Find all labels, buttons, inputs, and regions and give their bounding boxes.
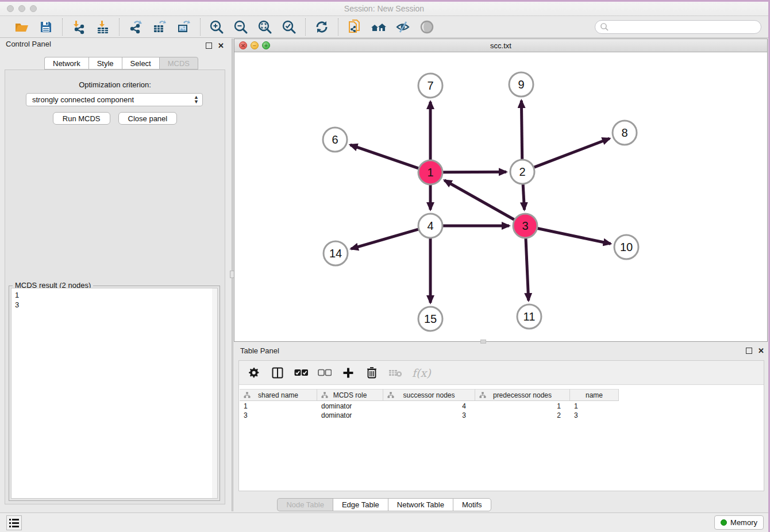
save-session-button[interactable] bbox=[38, 19, 54, 35]
result-scrollbar[interactable] bbox=[212, 288, 217, 498]
memory-button[interactable]: Memory bbox=[714, 515, 764, 530]
table-row[interactable]: 1dominator411 bbox=[240, 402, 619, 411]
table-cell[interactable]: 1 bbox=[570, 402, 619, 411]
network-from-selection-icon bbox=[347, 19, 362, 35]
edge-2-9[interactable] bbox=[521, 101, 522, 159]
network-window-titlebar[interactable]: ✕ − + scc.txt bbox=[234, 39, 767, 52]
table-cell[interactable]: 1 bbox=[240, 402, 317, 411]
graph-node-9[interactable]: 9 bbox=[509, 72, 533, 97]
export-table-button[interactable] bbox=[152, 19, 168, 35]
vertical-splitter[interactable] bbox=[232, 38, 233, 511]
tab-edge-table[interactable]: Edge Table bbox=[333, 498, 388, 511]
table-cell[interactable]: 3 bbox=[570, 411, 619, 420]
run-mcds-button[interactable]: Run MCDS bbox=[53, 112, 110, 125]
tab-style[interactable]: Style bbox=[88, 57, 122, 70]
edge-4-14[interactable] bbox=[351, 229, 418, 249]
network-from-selection-button[interactable] bbox=[346, 19, 363, 35]
control-panel-close-icon[interactable]: ✕ bbox=[218, 43, 224, 49]
main-toolbar bbox=[0, 16, 768, 38]
task-history-button[interactable] bbox=[6, 515, 22, 530]
refresh-button[interactable] bbox=[314, 19, 330, 35]
column-header-label: successor nodes bbox=[403, 391, 455, 399]
graph-node-10[interactable]: 10 bbox=[614, 235, 638, 259]
table-settings-button[interactable] bbox=[247, 366, 261, 380]
zoom-out-button[interactable] bbox=[233, 19, 249, 35]
edge-3-1[interactable] bbox=[444, 180, 514, 219]
network-graph[interactable]: 7968124314101511 bbox=[234, 52, 768, 342]
delete-column-button[interactable] bbox=[365, 366, 379, 380]
edge-3-11[interactable] bbox=[526, 238, 529, 300]
table-cell[interactable]: 2 bbox=[475, 411, 570, 420]
close-panel-button[interactable]: Close panel bbox=[118, 112, 178, 125]
export-network-button[interactable] bbox=[128, 19, 144, 35]
trash-icon bbox=[367, 367, 377, 379]
table-cell[interactable]: 3 bbox=[240, 411, 317, 420]
edge-2-8[interactable] bbox=[534, 138, 610, 167]
column-selector-button[interactable] bbox=[271, 366, 284, 380]
plus-icon bbox=[342, 367, 354, 379]
tab-mcds[interactable]: MCDS bbox=[159, 57, 198, 70]
mcds-result-list[interactable]: 1 3 bbox=[11, 288, 218, 499]
zoom-selected-button[interactable] bbox=[281, 19, 297, 35]
deselect-all-button[interactable] bbox=[318, 366, 332, 380]
column-header-successor-nodes[interactable]: successor nodes bbox=[383, 389, 475, 401]
edge-1-2[interactable] bbox=[443, 172, 506, 172]
table-cell[interactable]: 1 bbox=[475, 402, 570, 411]
edge-3-10[interactable] bbox=[538, 229, 611, 244]
function-builder-button[interactable]: f(x) bbox=[412, 366, 431, 380]
graph-node-6[interactable]: 6 bbox=[323, 128, 347, 152]
graph-node-8[interactable]: 8 bbox=[613, 121, 637, 145]
graph-node-2[interactable]: 2 bbox=[510, 160, 534, 184]
delete-table-button[interactable] bbox=[388, 366, 402, 380]
hide-selected-button[interactable] bbox=[395, 19, 411, 35]
tab-node-table[interactable]: Node Table bbox=[277, 498, 333, 511]
tab-select[interactable]: Select bbox=[122, 57, 159, 70]
tab-network[interactable]: Network bbox=[44, 57, 88, 70]
graph-node-4[interactable]: 4 bbox=[418, 214, 442, 238]
node-label: 2 bbox=[519, 165, 525, 178]
control-panel-float-icon[interactable] bbox=[206, 43, 212, 49]
criterion-dropdown[interactable]: strongly connected component ▲▼ bbox=[26, 93, 203, 106]
zoom-in-button[interactable] bbox=[209, 19, 225, 35]
table-panel-close-icon[interactable]: ✕ bbox=[758, 348, 764, 354]
column-header-name[interactable]: name bbox=[570, 389, 619, 401]
column-header-predecessor-nodes[interactable]: predecessor nodes bbox=[475, 389, 570, 401]
table-cell[interactable]: dominator bbox=[317, 411, 383, 420]
tab-motifs[interactable]: Motifs bbox=[453, 498, 491, 511]
node-label: 9 bbox=[518, 78, 524, 91]
select-all-button[interactable] bbox=[294, 366, 308, 380]
table-cell[interactable]: dominator bbox=[317, 402, 383, 411]
graph-node-3[interactable]: 3 bbox=[513, 214, 537, 238]
table-row[interactable]: 3dominator323 bbox=[240, 411, 619, 420]
add-column-button[interactable] bbox=[341, 366, 355, 380]
edge-1-6[interactable] bbox=[350, 145, 418, 168]
zoom-fit-button[interactable] bbox=[257, 19, 273, 35]
zoom-out-icon bbox=[233, 20, 248, 34]
table-cell[interactable]: 3 bbox=[383, 411, 475, 420]
delete-table-icon bbox=[388, 368, 402, 377]
table-cell[interactable]: 4 bbox=[383, 402, 475, 411]
column-header-MCDS-role[interactable]: MCDS role bbox=[317, 389, 383, 401]
tab-network-table[interactable]: Network Table bbox=[388, 498, 453, 511]
column-header-shared-name[interactable]: shared name bbox=[240, 389, 317, 401]
open-file-button[interactable] bbox=[14, 19, 30, 35]
show-hidden-button[interactable] bbox=[419, 19, 435, 35]
show-all-button[interactable] bbox=[371, 19, 387, 35]
graph-node-15[interactable]: 15 bbox=[418, 307, 442, 331]
graph-node-7[interactable]: 7 bbox=[418, 74, 442, 98]
hierarchy-icon bbox=[321, 392, 328, 399]
table-panel-float-icon[interactable] bbox=[746, 348, 752, 354]
hierarchy-icon bbox=[387, 392, 394, 399]
search-input[interactable] bbox=[595, 20, 761, 34]
mcds-panel: Optimization criterion: strongly connect… bbox=[5, 70, 225, 504]
network-canvas[interactable]: 7968124314101511 bbox=[234, 52, 767, 341]
graph-node-1[interactable]: 1 bbox=[418, 160, 442, 184]
memory-label: Memory bbox=[730, 518, 757, 527]
import-network-button[interactable] bbox=[71, 19, 87, 35]
graph-node-11[interactable]: 11 bbox=[517, 304, 541, 329]
import-table-button[interactable] bbox=[95, 19, 111, 35]
horizontal-splitter-handle[interactable] bbox=[480, 340, 486, 344]
graph-node-14[interactable]: 14 bbox=[324, 241, 348, 265]
edge-2-3[interactable] bbox=[523, 184, 524, 210]
export-image-button[interactable] bbox=[176, 19, 192, 35]
